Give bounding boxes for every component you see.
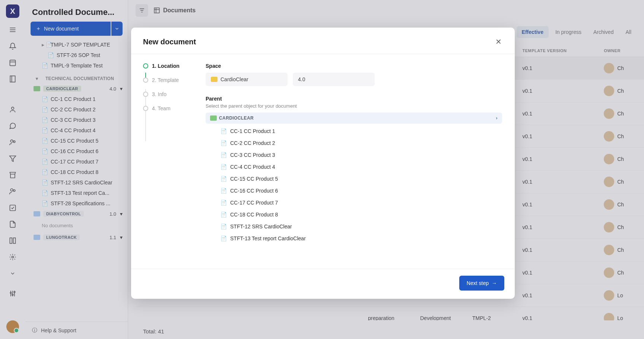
space-label: Space — [206, 63, 502, 69]
doc-icon: 📄 — [221, 128, 226, 134]
parent-item-label: CC-2 CC Product 2 — [230, 140, 275, 146]
doc-icon: 📄 — [221, 224, 226, 229]
modal-form: Space CardioClear 4.0 Parent Select the … — [206, 54, 515, 269]
doc-icon: 📄 — [221, 235, 226, 241]
version-select[interactable]: 4.0 — [293, 73, 375, 86]
step-dot-icon — [143, 77, 148, 83]
parent-item-label: CC-15 CC Product 5 — [230, 176, 278, 182]
parent-item[interactable]: 📄CC-1 CC Product 1 — [206, 125, 502, 137]
parent-item-label: CC-18 CC Product 8 — [230, 212, 278, 218]
version-value: 4.0 — [298, 76, 305, 82]
new-document-modal: New document ✕ 1. Location 2. Template 3… — [131, 28, 515, 299]
wizard-steps: 1. Location 2. Template 3. Info 4. Team — [131, 54, 206, 269]
parent-item[interactable]: 📄CC-4 CC Product 4 — [206, 161, 502, 173]
arrow-right-icon: → — [492, 280, 497, 286]
step-location[interactable]: 1. Location — [143, 63, 202, 69]
doc-icon: 📄 — [221, 200, 226, 206]
doc-icon: 📄 — [221, 164, 226, 170]
next-label: Next step — [467, 280, 489, 286]
chevron-right-icon: › — [496, 115, 498, 121]
parent-item-label: CC-4 CC Product 4 — [230, 164, 275, 170]
parent-item[interactable]: 📄CC-2 CC Product 2 — [206, 137, 502, 149]
parent-hint: Select the parent object for your docume… — [206, 103, 502, 109]
next-step-button[interactable]: Next step → — [459, 276, 504, 291]
parent-item[interactable]: 📄STFT-12 SRS CardioClear — [206, 221, 502, 232]
step-label: 2. Template — [152, 77, 179, 83]
parent-tree: CARDIOCLEAR › 📄CC-1 CC Product 1📄CC-2 CC… — [206, 113, 502, 244]
parent-item[interactable]: 📄CC-17 CC Product 7 — [206, 197, 502, 209]
step-template[interactable]: 2. Template — [143, 77, 202, 83]
step-info[interactable]: 3. Info — [143, 91, 202, 97]
step-label: 4. Team — [152, 105, 171, 111]
parent-label: Parent — [206, 96, 502, 102]
parent-item-label: CC-3 CC Product 3 — [230, 152, 275, 158]
parent-root[interactable]: CARDIOCLEAR › — [206, 113, 502, 124]
parent-item-label: CC-16 CC Product 6 — [230, 188, 278, 194]
doc-icon: 📄 — [221, 212, 226, 218]
parent-item-label: STFT-12 SRS CardioClear — [230, 224, 292, 229]
space-value: CardioClear — [221, 76, 248, 82]
step-dot-icon — [143, 106, 148, 111]
step-label: 1. Location — [152, 63, 180, 69]
step-label: 3. Info — [152, 91, 166, 97]
parent-item-label: STFT-13 Test report CardioClear — [230, 235, 306, 241]
parent-item-label: CC-17 CC Product 7 — [230, 200, 278, 206]
parent-item[interactable]: 📄STFT-13 Test report CardioClear — [206, 232, 502, 244]
space-icon — [211, 77, 218, 82]
parent-item[interactable]: 📄CC-3 CC Product 3 — [206, 149, 502, 161]
close-icon[interactable]: ✕ — [494, 37, 503, 46]
step-team[interactable]: 4. Team — [143, 105, 202, 111]
step-dot-icon — [143, 63, 148, 69]
parent-root-label: CARDIOCLEAR — [219, 115, 254, 121]
space-select[interactable]: CardioClear — [206, 73, 288, 86]
folder-icon — [210, 115, 217, 121]
parent-item[interactable]: 📄CC-18 CC Product 8 — [206, 209, 502, 221]
doc-icon: 📄 — [221, 188, 226, 194]
parent-item[interactable]: 📄CC-15 CC Product 5 — [206, 173, 502, 185]
modal-title: New document — [143, 38, 196, 46]
step-dot-icon — [143, 92, 148, 97]
doc-icon: 📄 — [221, 152, 226, 158]
parent-item[interactable]: 📄CC-16 CC Product 6 — [206, 185, 502, 197]
doc-icon: 📄 — [221, 140, 226, 146]
parent-item-label: CC-1 CC Product 1 — [230, 128, 275, 134]
doc-icon: 📄 — [221, 176, 226, 182]
